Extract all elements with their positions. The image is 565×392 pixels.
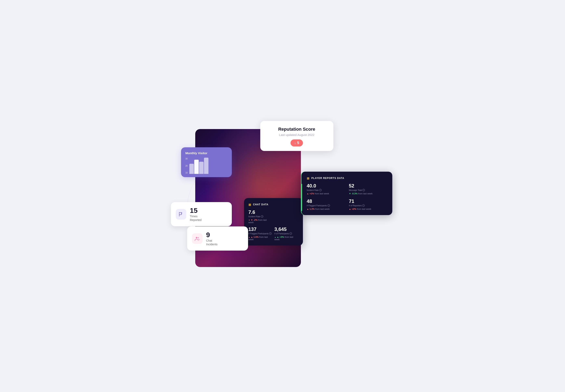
bar-label-30: 30 — [185, 158, 188, 160]
pr-reporters-label: # of Reporters ? — [349, 204, 387, 207]
times-reported-label: Times Reported — [190, 214, 202, 222]
pr-flagged: 48 # Flagged Participants ? ▲ 1.3% from … — [307, 199, 345, 210]
q-icon-1: ? — [319, 189, 322, 191]
q-icon-2: ? — [362, 189, 365, 191]
pr-incident-rate-trend: ▲ +1% from last week — [307, 192, 345, 195]
flag-icon — [178, 212, 184, 217]
chat-data-header: ▦ CHAT DATA — [249, 203, 298, 206]
pr-reporters-trend: ▲ +2% from last week — [349, 208, 387, 210]
reputation-title: Reputation Score — [267, 126, 327, 132]
chat-participants-label: # of Participants ? — [274, 232, 298, 235]
bar-2 — [194, 160, 199, 174]
bar-1 — [189, 164, 194, 174]
times-reported-card: 15 Times Reported — [171, 202, 232, 226]
chat-incident-rate: 7.6 Incident Rate ? ▼ -2% from last week — [249, 210, 272, 224]
svg-point-0 — [196, 237, 197, 238]
pr-reporters: 71 # of Reporters ? ▲ +2% from last week — [349, 199, 387, 210]
q-icon-3: ? — [327, 204, 330, 207]
question-icon-2: ? — [269, 232, 272, 235]
bar-3 — [199, 162, 204, 174]
chat-participants-trend: ▲ +3% from last week — [274, 236, 298, 241]
player-reports-panel: ▦ PLAYER REPORTS DATA 40.0 Incident Rate… — [301, 172, 392, 215]
chat-participants: 3,645 # of Participants ? ▲ +3% from las… — [274, 227, 298, 241]
chat-incidents-number: 9 — [206, 231, 210, 238]
chat-incidents-info: 9 Chat Incidents — [206, 231, 218, 246]
flag-icon-box — [176, 209, 186, 220]
reputation-badge: ↓ 5 — [291, 140, 303, 146]
main-scene: Reputation Score Last updated August 202… — [171, 117, 394, 275]
chat-incident-rate-trend: ▼ -2% from last week — [249, 219, 272, 224]
times-reported-info: 15 Times Reported — [190, 207, 202, 222]
player-reports-header: ▦ PLAYER REPORTS DATA — [307, 177, 387, 180]
chat-data-panel: ▦ CHAT DATA 7.6 Incident Rate ? ▼ -2% fr… — [244, 198, 303, 246]
chat-incident-rate-label: Incident Rate ? — [249, 215, 272, 218]
question-icon-3: ? — [290, 232, 292, 235]
reputation-score-card: Reputation Score Last updated August 202… — [260, 121, 333, 151]
pr-incident-rate: 40.0 Incident Rate ? ▲ +1% from last wee… — [307, 183, 345, 195]
svg-point-1 — [197, 237, 199, 238]
bar-4 — [204, 158, 208, 174]
chat-data-title: CHAT DATA — [253, 203, 268, 206]
pr-message-total-label: Message Total ? — [349, 189, 387, 191]
chat-data-grid: 7.6 Incident Rate ? ▼ -2% from last week… — [249, 210, 298, 241]
bar-chart — [189, 158, 208, 174]
pr-message-total: 52 Message Total ? ▼ -0.3% from last wee… — [349, 183, 387, 195]
arrow-down-icon: ↓ — [294, 141, 296, 145]
bar-label-10: 10 — [185, 172, 188, 174]
pr-reporters-value: 71 — [349, 199, 387, 204]
pr-incident-rate-label: Incident Rate ? — [307, 189, 345, 191]
reputation-score: 5 — [297, 141, 299, 145]
pr-incident-rate-value: 40.0 — [307, 183, 345, 188]
pr-flagged-label: # Flagged Participants ? — [307, 204, 345, 207]
chat-flagged: 137 # Flagged Participants ? ▲ 1.6% from… — [249, 227, 272, 241]
chat-incident-rate-value: 7.6 — [249, 210, 272, 215]
player-reports-icon: ▦ — [307, 177, 309, 180]
chat-flagged-label: # Flagged Participants ? — [249, 232, 272, 235]
bar-chart-labels: 30 20 10 — [185, 158, 188, 174]
group-icon — [194, 236, 200, 241]
monthly-visitor-card: Monthly Visitor 30 20 10 — [181, 147, 232, 177]
chat-data-icon: ▦ — [249, 203, 251, 206]
pr-flagged-value: 48 — [307, 199, 345, 204]
question-icon: ? — [261, 215, 263, 218]
group-icon-box — [192, 233, 203, 244]
chat-flagged-value: 137 — [249, 227, 272, 232]
chat-participants-value: 3,645 — [274, 227, 298, 232]
chat-flagged-trend: ▲ 1.6% from last week — [249, 236, 272, 241]
monthly-visitor-title: Monthly Visitor — [185, 151, 227, 155]
player-reports-title: PLAYER REPORTS DATA — [312, 177, 344, 180]
times-reported-number: 15 — [190, 207, 198, 214]
player-reports-grid: 40.0 Incident Rate ? ▲ +1% from last wee… — [307, 183, 387, 210]
reputation-subtitle: Last updated August 2022 — [267, 133, 327, 137]
pr-flagged-trend: ▲ 1.3% from last week — [307, 208, 345, 210]
chat-incidents-label: Chat Incidents — [206, 239, 218, 246]
chat-incidents-card: 9 Chat Incidents — [187, 226, 248, 251]
teal-accent-line — [301, 184, 302, 211]
q-icon-4: ? — [362, 204, 365, 207]
pr-message-total-value: 52 — [349, 183, 387, 188]
bar-label-20: 20 — [185, 165, 188, 167]
pr-message-total-trend: ▼ -0.3% from last week — [349, 192, 387, 195]
